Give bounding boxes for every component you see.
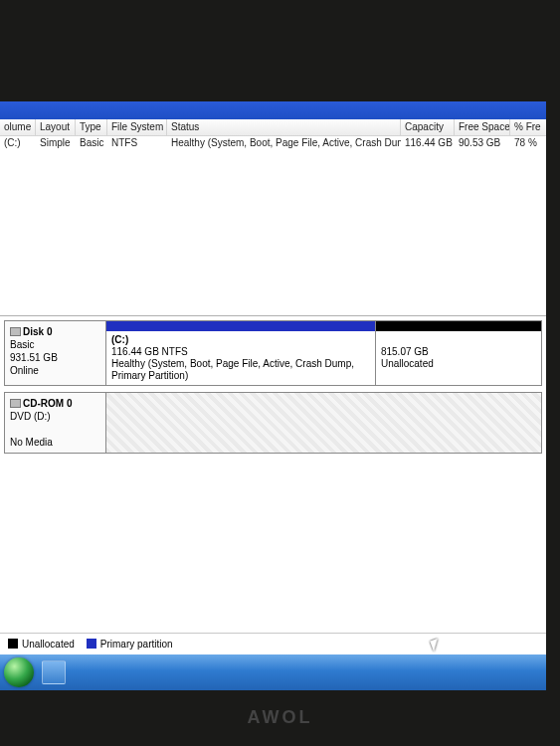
volume-list[interactable]: (C:) Simple Basic NTFS Healthy (System, …: [0, 136, 546, 315]
cdrom-icon: [10, 399, 21, 408]
cdrom0-row[interactable]: CD-ROM 0 DVD (D:) No Media: [4, 392, 542, 454]
cdrom0-info: CD-ROM 0 DVD (D:) No Media: [5, 393, 106, 453]
cell-capacity: 116.44 GB: [401, 136, 455, 152]
disk-management-client: olume Layout Type File System Status Cap…: [0, 119, 546, 654]
cell-fs: NTFS: [107, 136, 167, 152]
cell-free: 90.53 GB: [455, 136, 510, 152]
disk-icon: [10, 327, 21, 336]
partition-c[interactable]: (C:) 116.44 GB NTFS Healthy (System, Boo…: [106, 321, 376, 385]
col-status[interactable]: Status: [167, 119, 401, 135]
cell-layout: Simple: [36, 136, 76, 152]
disk0-info: Disk 0 Basic 931.51 GB Online: [5, 321, 106, 385]
partition-c-detail: 116.44 GB NTFS: [111, 346, 188, 357]
cell-volume: (C:): [0, 136, 36, 152]
volume-list-header[interactable]: olume Layout Type File System Status Cap…: [0, 119, 546, 136]
partition-c-status: Healthy (System, Boot, Page File, Active…: [111, 358, 354, 381]
partition-unallocated[interactable]: 815.07 GB Unallocated: [376, 321, 541, 385]
taskbar[interactable]: [0, 654, 546, 690]
swatch-primary: [87, 639, 96, 649]
window-titlebar[interactable]: [0, 101, 546, 119]
col-volume[interactable]: olume: [0, 119, 36, 135]
cdrom0-device: DVD (D:): [10, 411, 51, 422]
col-layout[interactable]: Layout: [36, 119, 76, 135]
legend-unallocated: Unallocated: [8, 639, 75, 650]
col-capacity[interactable]: Capacity: [401, 119, 455, 135]
cdrom0-empty: [106, 393, 541, 453]
disk0-status: Online: [10, 365, 39, 376]
col-pctfree[interactable]: % Fre: [510, 119, 546, 135]
partition-c-name: (C:): [111, 334, 128, 345]
col-type[interactable]: Type: [76, 119, 107, 135]
cdrom0-title: CD-ROM 0: [23, 398, 72, 409]
taskbar-app-icon[interactable]: [42, 660, 66, 684]
swatch-unallocated: [8, 639, 18, 649]
legend: Unallocated Primary partition: [0, 633, 546, 654]
volume-row-c[interactable]: (C:) Simple Basic NTFS Healthy (System, …: [0, 136, 546, 152]
partition-unalloc-bar: [376, 321, 541, 331]
legend-primary: Primary partition: [87, 639, 173, 650]
start-button[interactable]: [4, 657, 34, 687]
cell-status: Healthy (System, Boot, Page File, Active…: [167, 136, 401, 152]
cdrom0-status: No Media: [10, 437, 53, 448]
col-filesystem[interactable]: File System: [107, 119, 167, 135]
disk0-type: Basic: [10, 339, 34, 350]
partition-unalloc-label: Unallocated: [381, 358, 434, 369]
disk0-title: Disk 0: [23, 326, 52, 337]
disk-graphical-pane: Disk 0 Basic 931.51 GB Online (C:) 116.4…: [0, 315, 546, 633]
cell-pct: 78 %: [510, 136, 546, 152]
disk0-row[interactable]: Disk 0 Basic 931.51 GB Online (C:) 116.4…: [4, 320, 542, 386]
cell-type: Basic: [76, 136, 107, 152]
partition-unalloc-size: 815.07 GB: [381, 346, 429, 357]
col-freespace[interactable]: Free Space: [455, 119, 510, 135]
partition-c-bar: [106, 321, 375, 331]
disk0-size: 931.51 GB: [10, 352, 58, 363]
monitor-brand: AWOL: [0, 707, 560, 728]
